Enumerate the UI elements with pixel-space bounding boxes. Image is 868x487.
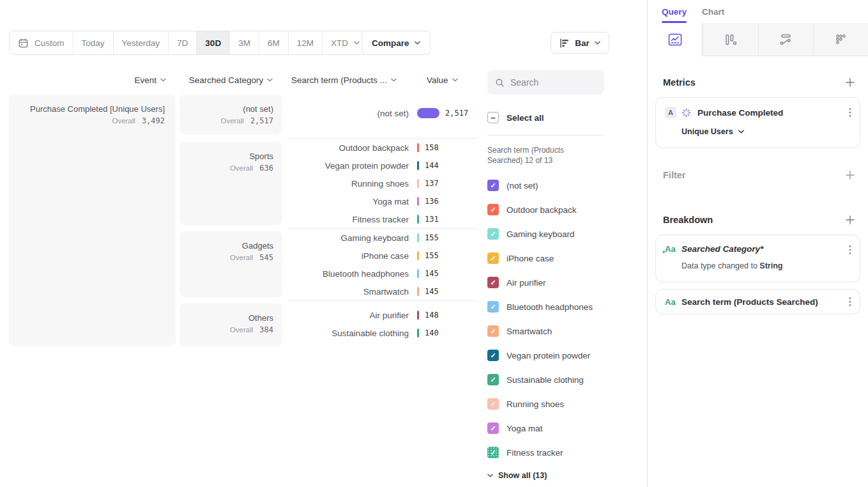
term-row[interactable]: Air purifier 148 [287, 306, 478, 324]
value-bar [417, 269, 419, 278]
date-range-today[interactable]: Today [73, 31, 113, 54]
term-row[interactable]: Gaming keyboard 155 [287, 229, 478, 247]
item-checkbox[interactable] [487, 447, 499, 458]
select-all-row[interactable]: Select all [487, 112, 604, 123]
breakdown-name[interactable]: Search term (Products Searched) [681, 297, 818, 307]
search-icon [495, 78, 505, 88]
category-cell[interactable]: Sports Overall 636 [179, 142, 282, 225]
tab-insights[interactable] [648, 23, 703, 56]
item-checkbox[interactable] [487, 350, 499, 361]
event-cell[interactable]: Purchase Completed [Unique Users] Overal… [9, 95, 176, 346]
chevron-down-icon [267, 78, 273, 82]
breakdown-name[interactable]: Searched Category* [681, 244, 763, 254]
item-checkbox[interactable] [487, 277, 499, 288]
event-overall: Overall 3,492 [20, 116, 165, 125]
metric-name[interactable]: Purchase Completed [697, 108, 783, 118]
breakdown-card-searched-category: Aa* Searched Category* Data type changed… [655, 235, 860, 282]
legend-item[interactable]: Air purifier [487, 270, 604, 295]
date-range-3m[interactable]: 3M [229, 31, 259, 54]
term-row[interactable]: Bluetooth headphones 145 [287, 265, 478, 282]
item-checkbox[interactable] [487, 252, 499, 264]
select-all-checkbox[interactable] [487, 112, 499, 123]
column-header-searched-category[interactable]: Searched Category [179, 75, 282, 85]
legend-item[interactable]: Bluetooth headphones [487, 295, 604, 319]
chart-type-select[interactable]: Bar [551, 32, 609, 54]
legend-item[interactable]: Outdoor backpack [487, 197, 604, 222]
date-range-yesterday[interactable]: Yesterday [113, 31, 169, 54]
item-checkbox[interactable] [487, 374, 499, 385]
legend-item[interactable]: Running shoes [487, 392, 604, 416]
legend-item[interactable]: Sustainable clothing [487, 367, 604, 392]
kebab-menu-icon[interactable] [849, 297, 851, 307]
item-checkbox[interactable] [487, 180, 499, 191]
item-checkbox[interactable] [487, 422, 499, 434]
funnels-icon [724, 33, 738, 46]
item-checkbox[interactable] [487, 204, 499, 215]
value-bar [417, 233, 419, 242]
aggregation-dropdown[interactable]: Unique Users [681, 127, 851, 136]
breakdown-section-header: Breakdown [648, 213, 868, 226]
date-range-label: Custom [34, 38, 65, 48]
value-bar [417, 287, 419, 296]
term-row[interactable]: Outdoor backpack 158 [287, 139, 478, 157]
tab-flows[interactable] [758, 23, 813, 56]
item-checkbox[interactable] [487, 398, 499, 410]
search-box[interactable] [487, 70, 604, 95]
item-checkbox[interactable] [487, 325, 499, 337]
add-breakdown-button[interactable] [845, 215, 855, 225]
term-row[interactable]: iPhone case 155 [287, 247, 478, 265]
compare-button[interactable]: Compare [362, 31, 430, 55]
search-input[interactable] [510, 77, 597, 88]
item-checkbox[interactable] [487, 301, 499, 313]
chevron-down-icon [452, 78, 458, 82]
value-bar [417, 108, 439, 118]
tab-query[interactable]: Query [662, 0, 687, 23]
legend-item[interactable]: Gaming keyboard [487, 222, 604, 246]
term-row[interactable]: Vegan protein powder 144 [287, 157, 478, 174]
value-bar [417, 179, 419, 188]
category-cell[interactable]: Others Overall 384 [179, 304, 282, 346]
kebab-menu-icon[interactable] [849, 245, 851, 255]
date-range-custom[interactable]: Custom [10, 31, 73, 54]
date-range-30d-selected[interactable]: 30D [196, 31, 229, 54]
term-row[interactable]: Fitness tracker 131 [287, 210, 478, 228]
breakdown-title: Breakdown [663, 215, 713, 225]
term-row[interactable]: (not set) 2,517 [287, 104, 478, 122]
column-header-event[interactable]: Event [9, 75, 166, 85]
value-bar [417, 329, 419, 337]
date-range-7d[interactable]: 7D [168, 31, 196, 54]
category-cell[interactable]: Gadgets Overall 545 [179, 231, 282, 297]
category-cell[interactable]: (not set) Overall 2,517 [179, 95, 282, 134]
legend-item[interactable]: Fitness tracker [487, 440, 604, 465]
tab-funnels[interactable] [703, 23, 758, 56]
term-row[interactable]: Smartwatch 145 [287, 282, 478, 300]
tab-chart[interactable]: Chart [702, 0, 724, 23]
legend-item[interactable]: (not set) [487, 173, 604, 197]
tab-retention[interactable] [813, 23, 868, 56]
date-range-12m[interactable]: 12M [288, 31, 322, 54]
legend-filter-panel: Select all Search term (Products Searche… [487, 70, 604, 480]
add-metric-button[interactable] [845, 77, 855, 88]
column-header-search-term[interactable]: Search term (Products ... [291, 75, 397, 85]
string-property-icon: Aa [665, 297, 678, 307]
legend-item[interactable]: Smartwatch [487, 319, 604, 343]
term-group: Air purifier 148 Sustainable clothing 14… [287, 300, 478, 345]
legend-caption: Search term (Products Searched) 12 of 13 [487, 145, 591, 166]
add-filter-button[interactable] [845, 170, 855, 180]
legend-item[interactable]: Vegan protein powder [487, 343, 604, 367]
search-term-column: (not set) 2,517 Outdoor backpack 158 Veg… [287, 95, 478, 345]
term-row[interactable]: Yoga mat 136 [287, 192, 478, 210]
term-row[interactable]: Running shoes 137 [287, 174, 478, 192]
item-checkbox[interactable] [487, 228, 499, 240]
date-range-6m[interactable]: 6M [259, 31, 288, 54]
kebab-menu-icon[interactable] [849, 107, 851, 118]
event-title: Purchase Completed [Unique Users] [20, 104, 165, 114]
legend-item[interactable]: iPhone case [487, 246, 604, 270]
legend-item[interactable]: Yoga mat [487, 416, 604, 440]
show-all-toggle[interactable]: Show all (13) [487, 471, 604, 480]
column-header-value[interactable]: Value [427, 75, 458, 85]
chevron-down-icon [595, 41, 600, 45]
select-all-label: Select all [506, 113, 544, 123]
term-row[interactable]: Sustainable clothing 140 [287, 324, 478, 342]
chart-type-label: Bar [575, 38, 590, 48]
